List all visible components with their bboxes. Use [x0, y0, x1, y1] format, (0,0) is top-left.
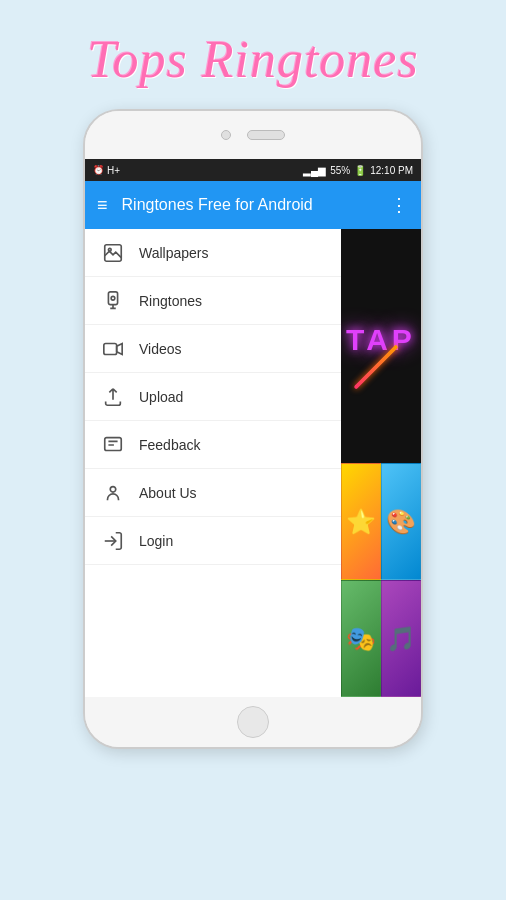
upload-label: Upload [139, 389, 183, 405]
svg-point-1 [108, 248, 111, 251]
svg-rect-2 [108, 291, 117, 304]
battery-level: 55% [330, 165, 350, 176]
about-us-label: About Us [139, 485, 197, 501]
login-label: Login [139, 533, 173, 549]
tap-section: TAP [341, 229, 421, 463]
hamburger-menu-icon[interactable]: ≡ [97, 195, 108, 216]
app-title: Tops Ringtones [87, 30, 418, 89]
signal-icon: ▂▄▆ [303, 165, 326, 176]
menu-item-wallpapers[interactable]: Wallpapers [85, 229, 341, 277]
feedback-label: Feedback [139, 437, 200, 453]
about-us-icon [101, 481, 125, 505]
home-button[interactable] [237, 706, 269, 738]
content-cell-2: 🎨 [381, 463, 421, 580]
hplus-indicator: H+ [107, 165, 120, 176]
svg-point-6 [110, 486, 116, 492]
ringtones-label: Ringtones [139, 293, 202, 309]
content-cell-1: ⭐ [341, 463, 381, 580]
menu-item-feedback[interactable]: Feedback [85, 421, 341, 469]
phone-frame: ⏰ H+ ▂▄▆ 55% 🔋 12:10 PM ≡ Ringtones Free… [83, 109, 423, 749]
clock: 12:10 PM [370, 165, 413, 176]
svg-point-3 [111, 296, 115, 300]
svg-rect-5 [105, 437, 122, 450]
login-icon [101, 529, 125, 553]
svg-rect-4 [104, 343, 117, 354]
content-cell-3: 🎭 [341, 580, 381, 697]
main-content: TAP ⭐ 🎨 🎭 🎵 [341, 229, 421, 697]
content-cell-4: 🎵 [381, 580, 421, 697]
menu-item-upload[interactable]: Upload [85, 373, 341, 421]
menu-item-ringtones[interactable]: Ringtones [85, 277, 341, 325]
status-bar: ⏰ H+ ▂▄▆ 55% 🔋 12:10 PM [85, 159, 421, 181]
videos-icon [101, 337, 125, 361]
toolbar: ≡ Ringtones Free for Android ⋮ [85, 181, 421, 229]
ringtones-icon [101, 289, 125, 313]
upload-icon [101, 385, 125, 409]
phone-camera [221, 130, 231, 140]
menu-item-about-us[interactable]: About Us [85, 469, 341, 517]
overflow-menu-icon[interactable]: ⋮ [390, 194, 409, 216]
alarm-icon: ⏰ [93, 165, 104, 175]
menu-item-videos[interactable]: Videos [85, 325, 341, 373]
phone-bezel-bottom [85, 697, 421, 747]
content-grid: ⭐ 🎨 🎭 🎵 [341, 463, 421, 697]
phone-speaker [247, 130, 285, 140]
toolbar-title: Ringtones Free for Android [122, 196, 390, 214]
wallpapers-label: Wallpapers [139, 245, 209, 261]
battery-icon: 🔋 [354, 165, 366, 176]
menu-item-login[interactable]: Login [85, 517, 341, 565]
videos-label: Videos [139, 341, 182, 357]
feedback-icon [101, 433, 125, 457]
screen-content: Wallpapers Ringtones [85, 229, 421, 697]
tap-text: TAP [346, 323, 416, 357]
navigation-drawer: Wallpapers Ringtones [85, 229, 341, 697]
phone-bezel-top [85, 111, 421, 159]
wallpapers-icon [101, 241, 125, 265]
